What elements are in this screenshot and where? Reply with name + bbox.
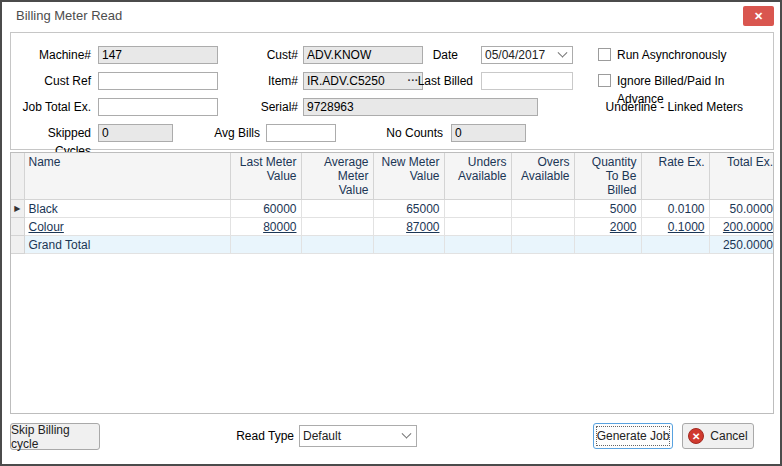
cell-rate[interactable]: 0.0100 <box>641 200 709 218</box>
row-indicator-header <box>11 153 24 200</box>
read-type-value: Default <box>303 429 403 443</box>
run-asynchronously-checkbox[interactable] <box>598 48 611 61</box>
col-overs-available[interactable]: Overs Available <box>511 153 574 200</box>
col-new-meter-value[interactable]: New Meter Value <box>373 153 444 200</box>
last-billed-field[interactable] <box>481 72 573 90</box>
cell-name[interactable]: Black <box>24 200 230 218</box>
skipped-cycles-label: Skipped Cycles <box>11 124 91 142</box>
serial-field[interactable] <box>303 98 538 116</box>
date-value: 05/04/2017 <box>485 48 559 62</box>
row-indicator-cell <box>11 236 24 254</box>
cell-unders[interactable] <box>444 218 511 236</box>
run-asynchronously-label: Run Asynchronously <box>617 46 726 64</box>
ignore-billed-label: Ignore Billed/Paid In Advance <box>617 72 773 90</box>
no-counts-label: No Counts <box>366 124 443 142</box>
cell-last-meter[interactable]: 60000 <box>230 200 301 218</box>
window-title: Billing Meter Read <box>16 2 122 30</box>
cust-label: Cust# <box>201 46 298 64</box>
col-average-meter-value[interactable]: Average Meter Value <box>301 153 373 200</box>
avg-bills-label: Avg Bills <box>186 124 260 142</box>
last-billed-label: Last Billed <box>391 72 473 90</box>
cell-overs[interactable] <box>511 218 574 236</box>
meter-grid: Name Last Meter Value Average Meter Valu… <box>10 152 774 414</box>
table-row-colour[interactable]: Colour 80000 87000 2000 0.1000 200.0000 <box>11 218 774 236</box>
cell-name[interactable]: Colour <box>24 218 230 236</box>
chevron-down-icon <box>558 47 568 57</box>
skipped-cycles-field[interactable] <box>98 124 173 142</box>
title-bar: Billing Meter Read ✕ <box>2 2 780 30</box>
cell-total[interactable]: 50.0000 <box>709 200 774 218</box>
row-indicator-cell <box>11 218 24 236</box>
machine-label: Machine# <box>11 46 91 64</box>
close-icon: ✕ <box>754 10 763 23</box>
date-dropdown[interactable]: 05/04/2017 <box>481 46 573 64</box>
cancel-icon: ✕ <box>688 428 704 444</box>
cell-average-meter[interactable] <box>301 200 373 218</box>
col-unders-available[interactable]: Unders Available <box>444 153 511 200</box>
read-type-label: Read Type <box>234 425 294 447</box>
grand-total-row: Grand Total 250.0000 <box>11 236 774 254</box>
grand-total-label: Grand Total <box>24 236 230 254</box>
job-total-field[interactable] <box>98 98 218 116</box>
serial-label: Serial# <box>201 98 298 116</box>
item-value: IR.ADV.C5250 <box>307 74 385 88</box>
cell-rate[interactable]: 0.1000 <box>641 218 709 236</box>
generate-job-button[interactable]: Generate Job <box>593 423 673 449</box>
cancel-button[interactable]: ✕ Cancel <box>682 423 754 449</box>
ignore-billed-checkbox[interactable] <box>598 74 611 87</box>
grid-header-row: Name Last Meter Value Average Meter Valu… <box>11 153 774 200</box>
col-last-meter-value[interactable]: Last Meter Value <box>230 153 301 200</box>
col-total-ex[interactable]: Total Ex. <box>709 153 774 200</box>
table-row-black[interactable]: ▶ Black 60000 65000 5000 0.0100 50.0000 <box>11 200 774 218</box>
read-type-dropdown[interactable]: Default <box>299 425 417 447</box>
col-name[interactable]: Name <box>24 153 230 200</box>
no-counts-field[interactable] <box>451 124 526 142</box>
row-indicator-icon: ▶ <box>11 200 24 218</box>
skip-billing-cycle-label: Skip Billing cycle <box>11 423 99 451</box>
fields-panel: Machine# Cust# Date 05/04/2017 Run Async… <box>10 32 774 150</box>
underline-linked-meters-note: Underline - Linked Meters <box>606 98 743 116</box>
generate-job-label: Generate Job <box>597 429 670 443</box>
chevron-down-icon <box>402 428 412 438</box>
avg-bills-field[interactable] <box>266 124 336 142</box>
cell-last-meter[interactable]: 80000 <box>230 218 301 236</box>
col-rate-ex[interactable]: Rate Ex. <box>641 153 709 200</box>
col-quantity-to-be-billed[interactable]: Quantity To Be Billed <box>574 153 641 200</box>
job-total-label: Job Total Ex. <box>11 98 91 116</box>
cancel-label: Cancel <box>710 429 747 443</box>
cell-new-meter[interactable]: 65000 <box>373 200 444 218</box>
item-label: Item# <box>201 72 298 90</box>
meter-table: Name Last Meter Value Average Meter Valu… <box>11 153 774 254</box>
cell-new-meter[interactable]: 87000 <box>373 218 444 236</box>
cust-ref-label: Cust Ref <box>11 72 91 90</box>
close-button[interactable]: ✕ <box>743 6 774 26</box>
cell-average-meter[interactable] <box>301 218 373 236</box>
date-label: Date <box>391 46 458 64</box>
skip-billing-cycle-button[interactable]: Skip Billing cycle <box>10 423 100 450</box>
cust-ref-field[interactable] <box>98 72 218 90</box>
cell-unders[interactable] <box>444 200 511 218</box>
grand-total-value: 250.0000 <box>709 236 774 254</box>
machine-field[interactable] <box>98 46 218 64</box>
cell-total[interactable]: 200.0000 <box>709 218 774 236</box>
billing-meter-read-dialog: Billing Meter Read ✕ Machine# Cust# Date… <box>0 0 782 466</box>
cell-quantity[interactable]: 5000 <box>574 200 641 218</box>
cell-overs[interactable] <box>511 200 574 218</box>
cell-quantity[interactable]: 2000 <box>574 218 641 236</box>
